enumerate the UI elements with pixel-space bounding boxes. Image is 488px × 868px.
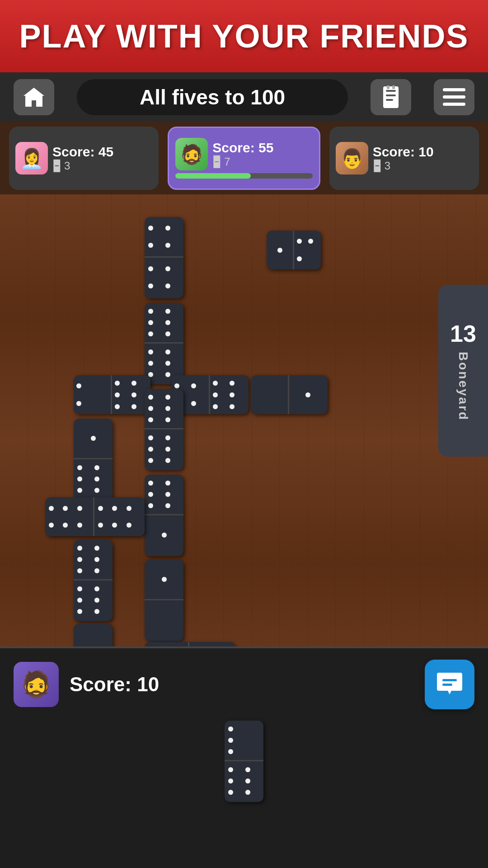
domino-13[interactable] xyxy=(145,560,183,641)
svg-rect-8 xyxy=(443,103,465,106)
board-area: 13 Boneyard xyxy=(0,194,488,687)
tile-icon-1: 🁢 xyxy=(52,160,61,172)
boneyard-label: Boneyard xyxy=(456,352,470,421)
notes-button[interactable] xyxy=(371,79,411,115)
player-tiles-1: 🁢 3 xyxy=(52,160,152,172)
domino-3[interactable] xyxy=(267,231,321,269)
chat-button[interactable] xyxy=(425,660,474,709)
domino-7[interactable] xyxy=(74,419,113,500)
svg-rect-1 xyxy=(386,90,396,92)
svg-rect-7 xyxy=(443,95,465,99)
banner: PLAY WITH YOUR FRIENDS xyxy=(0,0,488,72)
svg-rect-2 xyxy=(386,94,396,96)
domino-1[interactable] xyxy=(145,217,183,298)
svg-rect-0 xyxy=(383,86,399,108)
domino-2[interactable] xyxy=(145,303,183,384)
player-tiles-2: 🁢 7 xyxy=(212,156,312,168)
home-button[interactable] xyxy=(14,79,54,115)
player-tiles-3: 🁢 3 xyxy=(373,160,473,172)
avatar-3: 👨 xyxy=(336,142,368,175)
player-card-3: 👨 Score: 10 🁢 3 xyxy=(329,127,479,190)
game-title-box: All fives to 100 xyxy=(77,79,348,115)
progress-bar-fill xyxy=(175,173,251,179)
boneyard-count: 13 xyxy=(450,320,476,347)
my-domino-area xyxy=(0,712,488,802)
bottom-area: 🧔 Score: 10 xyxy=(0,646,488,868)
players-row: 👩‍💼 Score: 45 🁢 3 🧔 Score: 55 🁢 7 xyxy=(0,122,488,194)
menu-button[interactable] xyxy=(434,79,474,115)
svg-rect-5 xyxy=(392,85,395,89)
svg-rect-6 xyxy=(443,88,465,91)
player-score-1: Score: 45 xyxy=(52,144,152,160)
my-domino[interactable] xyxy=(225,721,263,802)
domino-9[interactable] xyxy=(145,475,183,556)
svg-rect-9 xyxy=(442,679,457,681)
tile-icon-3: 🁢 xyxy=(373,160,382,172)
svg-rect-3 xyxy=(386,99,393,101)
boneyard[interactable]: 13 Boneyard xyxy=(438,285,488,457)
avatar-1: 👩‍💼 xyxy=(15,142,48,175)
domino-6[interactable] xyxy=(251,375,328,414)
player-score-3: Score: 10 xyxy=(373,144,473,160)
svg-rect-10 xyxy=(442,684,452,686)
progress-bar-bg xyxy=(175,173,312,179)
my-player-info: 🧔 Score: 10 xyxy=(0,648,488,712)
player-score-2: Score: 55 xyxy=(212,140,312,156)
player-card-1: 👩‍💼 Score: 45 🁢 3 xyxy=(9,127,159,190)
my-avatar: 🧔 xyxy=(14,662,59,707)
game-title: All fives to 100 xyxy=(140,85,285,109)
tile-icon-2: 🁢 xyxy=(212,156,221,168)
svg-rect-4 xyxy=(387,85,389,89)
wood-background xyxy=(0,194,488,687)
player-card-2: 🧔 Score: 55 🁢 7 xyxy=(168,127,320,190)
avatar-2: 🧔 xyxy=(175,138,208,170)
domino-10[interactable] xyxy=(45,497,145,536)
domino-8[interactable] xyxy=(145,389,183,470)
domino-4[interactable] xyxy=(74,375,150,414)
banner-text: PLAY WITH YOUR FRIENDS xyxy=(19,18,469,55)
toolbar: All fives to 100 xyxy=(0,72,488,122)
my-score: Score: 10 xyxy=(70,673,159,696)
domino-11[interactable] xyxy=(74,540,113,621)
